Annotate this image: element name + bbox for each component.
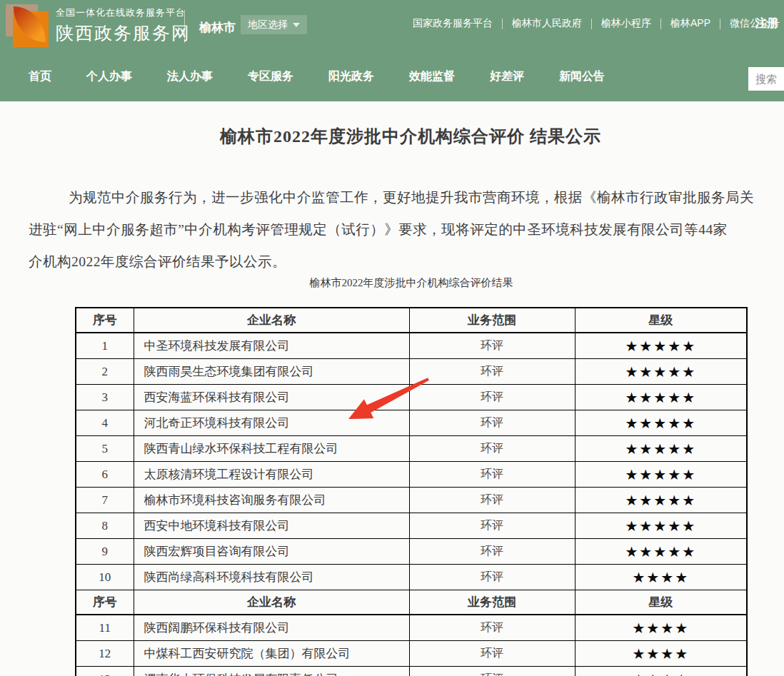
company-name: 渭南华山环保科技发展有限责任公司: [134, 667, 409, 676]
nav-item[interactable]: 专区服务: [248, 69, 293, 84]
business-scope: 环评: [409, 462, 575, 488]
column-header: 业务范围: [409, 590, 575, 615]
nav-item[interactable]: 阳光政务: [328, 69, 374, 84]
table-row: 12中煤科工西安研究院（集团）有限公司环评★★★★: [76, 641, 747, 667]
table-row: 7榆林市环境科技咨询服务有限公司环评★★★★★: [76, 488, 747, 513]
business-scope: 环评: [409, 615, 575, 641]
company-name: 陕西阔鹏环保科技有限公司: [134, 615, 409, 641]
company-name: 中煤科工西安研究院（集团）有限公司: [134, 641, 409, 667]
header-link[interactable]: 榆林APP: [670, 17, 710, 30]
star-rating: ★★★★★: [575, 539, 747, 565]
announcement-paragraph: 为规范中介服务行为，进一步强化中介监管工作，更好地提升我市营商环境，根据《榆林市…: [29, 181, 784, 278]
column-header: 序号: [76, 308, 134, 333]
row-number: 5: [76, 436, 134, 462]
nav-list: 首页 个人办事 法人办事 专区服务 阳光政务 效能监督 好差评 新闻公告: [0, 69, 605, 84]
star-rating: ★★★★: [575, 667, 747, 676]
nav-item[interactable]: 新闻公告: [559, 69, 605, 84]
row-number: 11: [76, 615, 134, 641]
site-header: 全国一体化在线政务服务平台 陕西政务服务网 榆林市 地区选择 国家政务服务平台 …: [0, 0, 784, 54]
business-scope: 环评: [409, 436, 575, 462]
article-content: 榆林市2022年度涉批中介机构综合评价 结果公示 为规范中介服务行为，进一步强化…: [0, 101, 784, 676]
header-link[interactable]: 榆林市人民政府: [512, 17, 582, 30]
row-number: 6: [76, 462, 134, 488]
column-header: 星级: [575, 590, 747, 615]
link-separator: [502, 19, 503, 29]
table-caption: 榆林市2022年度涉批中介机构综合评价结果: [75, 276, 748, 290]
table-row: 2陕西雨昊生态环境集团有限公司环评★★★★★: [76, 359, 747, 385]
column-header: 序号: [76, 590, 134, 615]
company-name: 陕西尚绿高科环境科技有限公司: [134, 565, 409, 590]
table-row: 3西安海蓝环保科技有限公司环评★★★★★: [76, 385, 747, 410]
table-row: 13渭南华山环保科技发展有限责任公司环评★★★★: [76, 667, 747, 676]
column-header: 业务范围: [409, 308, 575, 333]
column-header: 星级: [575, 308, 747, 333]
table-row: 5陕西青山绿水环保科技工程有限公司环评★★★★★: [76, 436, 747, 462]
star-rating: ★★★★★: [575, 410, 747, 436]
site-logo-icon[interactable]: [4, 3, 50, 49]
table-row: 9陕西宏辉项目咨询有限公司环评★★★★★: [76, 539, 747, 565]
business-scope: 环评: [409, 410, 575, 436]
company-name: 中圣环境科技发展有限公司: [134, 333, 409, 359]
table-row: 11陕西阔鹏环保科技有限公司环评★★★★: [76, 615, 747, 641]
table-wrapper: 序号企业名称业务范围星级1中圣环境科技发展有限公司环评★★★★★2陕西雨昊生态环…: [75, 307, 748, 676]
table-row: 6太原核清环境工程设计有限公司环评★★★★★: [76, 462, 747, 488]
row-number: 9: [76, 539, 134, 565]
table-header-row: 序号企业名称业务范围星级: [76, 590, 747, 615]
row-number: 12: [76, 641, 134, 667]
row-number: 8: [76, 513, 134, 539]
star-rating: ★★★★★: [575, 385, 747, 410]
company-name: 陕西雨昊生态环境集团有限公司: [134, 359, 409, 385]
header-link[interactable]: 榆林小程序: [601, 17, 651, 30]
business-scope: 环评: [409, 385, 575, 410]
evaluation-table: 序号企业名称业务范围星级1中圣环境科技发展有限公司环评★★★★★2陕西雨昊生态环…: [75, 307, 748, 676]
main-nav: 首页 个人办事 法人办事 专区服务 阳光政务 效能监督 好差评 新闻公告: [0, 54, 784, 101]
column-header: 企业名称: [134, 308, 409, 333]
row-number: 7: [76, 488, 134, 513]
nav-item[interactable]: 个人办事: [86, 69, 132, 84]
business-scope: 环评: [409, 359, 575, 385]
current-city-label[interactable]: 榆林市: [199, 19, 236, 36]
column-header: 企业名称: [134, 590, 409, 615]
table-row: 4河北奇正环境科技有限公司环评★★★★★: [76, 410, 747, 436]
nav-item[interactable]: 法人办事: [167, 69, 213, 84]
search-input[interactable]: [748, 67, 784, 91]
company-name: 西安海蓝环保科技有限公司: [134, 385, 409, 410]
nav-item[interactable]: 效能监督: [409, 69, 455, 84]
site-name: 陕西政务服务网: [56, 21, 191, 45]
table-header-row: 序号企业名称业务范围星级: [76, 308, 747, 333]
paragraph-line: 为规范中介服务行为，进一步强化中介监管工作，更好地提升我市营商环境，根据《榆林市…: [29, 181, 784, 213]
company-name: 陕西青山绿水环保科技工程有限公司: [134, 436, 409, 462]
brand-block: 全国一体化在线政务服务平台 陕西政务服务网: [56, 6, 191, 45]
company-name: 太原核清环境工程设计有限公司: [134, 462, 409, 488]
nav-item[interactable]: 好差评: [490, 69, 524, 84]
business-scope: 环评: [409, 565, 575, 590]
business-scope: 环评: [409, 667, 575, 676]
register-link[interactable]: 注册: [755, 16, 778, 31]
star-rating: ★★★★★: [575, 436, 747, 462]
chevron-down-icon: [293, 23, 300, 27]
region-selector-label: 地区选择: [248, 19, 288, 31]
header-link[interactable]: 国家政务服务平台: [413, 17, 493, 30]
star-rating: ★★★★: [575, 615, 747, 641]
star-rating: ★★★★★: [575, 462, 747, 488]
paragraph-line: 进驻“网上中介服务超市”中介机构考评管理规定（试行）》要求，现将评定的中圣环境科…: [29, 213, 784, 246]
company-name: 西安中地环境科技有限公司: [134, 513, 409, 539]
table-row: 1中圣环境科技发展有限公司环评★★★★★: [76, 333, 747, 359]
header-divider: [184, 10, 185, 43]
business-scope: 环评: [409, 539, 575, 565]
link-separator: [591, 19, 592, 29]
paragraph-line: 介机构2022年度综合评价结果予以公示。: [29, 246, 784, 278]
region-selector-button[interactable]: 地区选择: [241, 15, 307, 34]
page-title: 榆林市2022年度涉批中介机构综合评价 结果公示: [0, 125, 784, 148]
nav-item[interactable]: 首页: [29, 69, 51, 84]
star-rating: ★★★★★: [575, 488, 747, 513]
business-scope: 环评: [409, 488, 575, 513]
row-number: 3: [76, 385, 134, 410]
row-number: 1: [76, 333, 134, 359]
platform-label: 全国一体化在线政务服务平台: [56, 6, 191, 19]
business-scope: 环评: [409, 333, 575, 359]
table-row: 8西安中地环境科技有限公司环评★★★★★: [76, 513, 747, 539]
row-number: 2: [76, 359, 134, 385]
star-rating: ★★★★★: [575, 333, 747, 359]
business-scope: 环评: [409, 641, 575, 667]
